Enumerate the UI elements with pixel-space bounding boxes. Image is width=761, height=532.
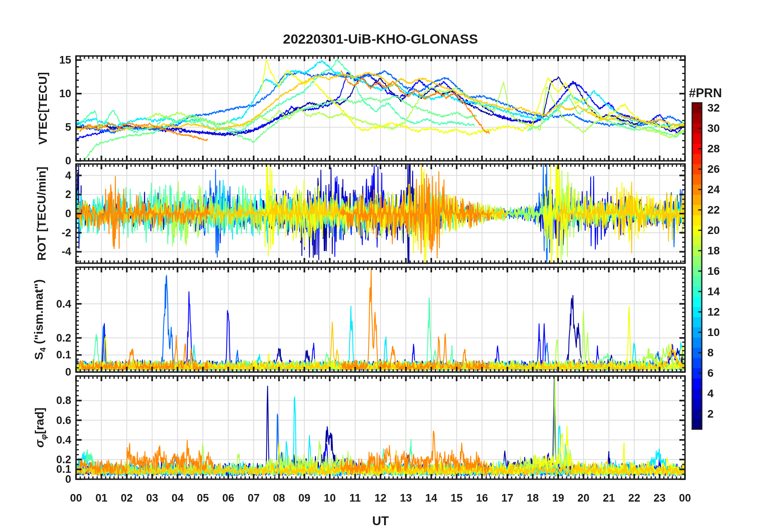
y-tick-label: -4 xyxy=(62,246,71,258)
x-tick-label: 03 xyxy=(146,492,158,504)
x-tick-label: 00 xyxy=(70,492,82,504)
colorbar-tick-label: 26 xyxy=(707,163,720,176)
y-tick-label: 0.2 xyxy=(56,453,71,466)
y-tick-label: 0 xyxy=(65,366,71,378)
x-tick-label: 09 xyxy=(298,492,310,504)
y-tick-label: 0.2 xyxy=(56,332,71,344)
x-tick-label: 08 xyxy=(273,492,285,504)
colorbar-tick-label: 2 xyxy=(707,408,714,420)
y-axis-label-s4: S4 ("ism.mat") xyxy=(32,279,46,360)
x-tick-label: 16 xyxy=(476,492,488,504)
x-tick-label: 19 xyxy=(552,492,564,504)
x-tick-label: 12 xyxy=(374,492,387,504)
colorbar-tick-label: 28 xyxy=(707,142,720,155)
x-tick-label: 04 xyxy=(172,492,184,504)
x-tick-label: 17 xyxy=(501,492,513,504)
y-axis-label-vtec: VTEC[TECU] xyxy=(36,72,50,145)
colorbar-tick-label: 8 xyxy=(707,346,714,359)
x-tick-label: 20 xyxy=(577,492,589,504)
y-tick-label: 0 xyxy=(65,155,71,167)
y-axis-label-sigma: σφ[rad] xyxy=(33,408,46,448)
colorbar-tick-label: 22 xyxy=(707,204,720,216)
y-tick-label: 0.1 xyxy=(56,349,71,361)
x-tick-label: 01 xyxy=(95,492,107,504)
colorbar-tick-label: 30 xyxy=(707,122,720,135)
x-tick-label: 13 xyxy=(400,492,412,504)
chart-title: 20220301-UiB-KHO-GLONASS xyxy=(76,31,685,47)
colorbar-tick-label: 24 xyxy=(707,183,720,196)
figure: 20220301-UiB-KHO-GLONASS VTEC[TECU] ROT … xyxy=(0,0,761,532)
chart-canvas xyxy=(0,0,761,532)
x-axis-label: UT xyxy=(372,514,389,528)
colorbar-tick-label: 20 xyxy=(707,224,720,237)
x-tick-label: 11 xyxy=(349,492,361,504)
y-axis-label-rot: ROT [TECU/min] xyxy=(35,167,48,261)
x-tick-label: 05 xyxy=(197,492,209,504)
x-tick-label: 00 xyxy=(679,492,691,504)
x-tick-label: 15 xyxy=(451,492,463,504)
y-tick-label: -2 xyxy=(62,226,71,239)
x-tick-label: 18 xyxy=(527,492,539,504)
y-tick-label: 10 xyxy=(59,88,71,100)
y-tick-label: 0.4 xyxy=(56,298,71,310)
x-tick-label: 22 xyxy=(628,492,640,504)
y-tick-label: 0.8 xyxy=(56,394,71,407)
x-tick-label: 23 xyxy=(654,492,666,504)
colorbar-tick-label: 32 xyxy=(707,102,720,114)
y-tick-label: 5 xyxy=(65,121,71,134)
x-tick-label: 07 xyxy=(248,492,260,504)
colorbar-tick-label: 10 xyxy=(707,326,720,339)
y-tick-label: 0.4 xyxy=(56,434,71,446)
y-tick-label: 0 xyxy=(65,208,71,220)
colorbar-title: #PRN xyxy=(689,86,722,100)
colorbar-tick-label: 4 xyxy=(707,387,714,400)
colorbar-tick-label: 16 xyxy=(707,265,720,278)
y-tick-label: 2 xyxy=(65,188,71,201)
x-tick-label: 02 xyxy=(121,492,133,504)
colorbar-tick-label: 18 xyxy=(707,244,720,257)
x-tick-label: 06 xyxy=(222,492,234,504)
colorbar-tick-label: 12 xyxy=(707,306,720,318)
x-tick-label: 21 xyxy=(603,492,615,504)
y-tick-label: 15 xyxy=(59,54,71,66)
x-tick-label: 14 xyxy=(425,492,437,504)
colorbar-tick-label: 14 xyxy=(707,285,720,298)
colorbar-tick-label: 6 xyxy=(707,367,714,380)
y-tick-label: 0.6 xyxy=(56,414,71,426)
x-tick-label: 10 xyxy=(324,492,336,504)
y-tick-label: 4 xyxy=(65,169,71,182)
